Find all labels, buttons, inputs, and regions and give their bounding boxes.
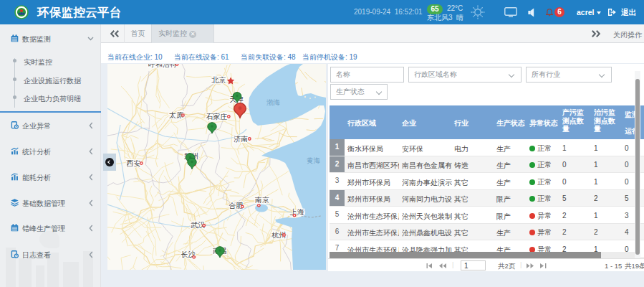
svg-text:黄海: 黄海 [307,156,321,164]
svg-text:上海: 上海 [289,208,304,216]
svg-text:北京: 北京 [211,76,226,84]
svg-text:渤海: 渤海 [266,98,281,106]
svg-text:西安: 西安 [126,159,140,167]
svg-text:石家庄: 石家庄 [206,113,228,121]
svg-text:济南: 济南 [234,135,248,143]
svg-text:太原: 太原 [169,111,183,119]
svg-text:呼和浩特: 呼和浩特 [148,64,177,68]
svg-text:南京: 南京 [255,196,269,204]
